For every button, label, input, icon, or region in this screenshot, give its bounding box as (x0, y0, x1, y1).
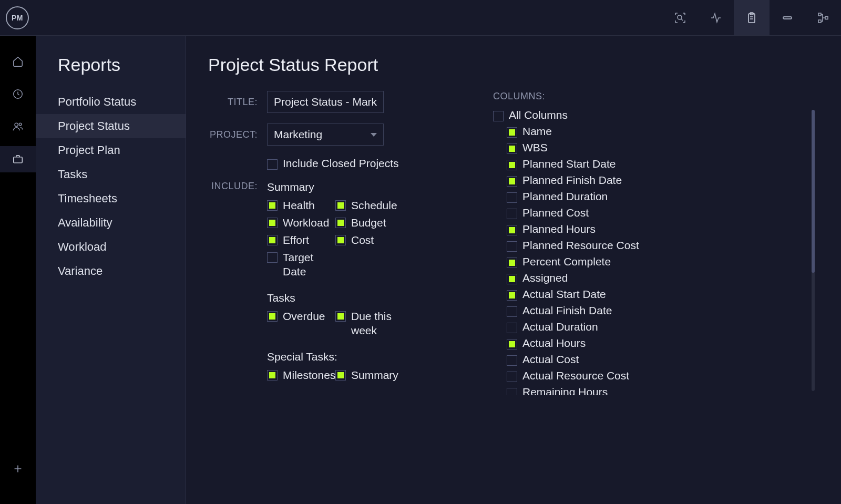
check-label: Overdue (283, 309, 325, 323)
check-label: Assigned (522, 271, 568, 285)
column-planned-resource-cost[interactable]: Planned Resource Cost (493, 237, 819, 253)
checkbox-icon[interactable] (507, 339, 517, 349)
checkbox-icon[interactable] (507, 258, 517, 268)
checkbox-icon[interactable] (507, 388, 517, 396)
scrollbar-thumb[interactable] (812, 110, 815, 273)
flow-icon[interactable] (805, 0, 841, 35)
rail-item-recent[interactable] (0, 81, 36, 107)
svg-point-9 (19, 123, 22, 126)
link-icon[interactable] (770, 0, 805, 35)
checkbox-icon[interactable] (267, 235, 278, 245)
sidebar-item-portfolio-status[interactable]: Portfolio Status (36, 90, 186, 114)
column-actual-cost[interactable]: Actual Cost (493, 351, 819, 367)
check-label: Summary (351, 368, 398, 382)
sidebar-item-timesheets[interactable]: Timesheets (36, 187, 186, 211)
checkbox-icon[interactable] (507, 192, 517, 203)
column-remaining-hours[interactable]: Remaining Hours (493, 384, 819, 395)
checkbox-icon[interactable] (507, 306, 517, 317)
columns-scrollbar[interactable] (812, 110, 815, 391)
check-summary-workload[interactable]: Workload (267, 214, 335, 231)
check-special-milestones[interactable]: Milestones (267, 366, 335, 384)
column-actual-resource-cost[interactable]: Actual Resource Cost (493, 367, 819, 384)
checkbox-icon[interactable] (493, 111, 504, 121)
check-label: Planned Finish Date (522, 173, 622, 187)
left-rail (0, 36, 36, 504)
sidebar-item-tasks[interactable]: Tasks (36, 162, 186, 187)
sidebar-item-project-plan[interactable]: Project Plan (36, 138, 186, 162)
rail-item-home[interactable] (0, 48, 36, 75)
main-content: Project Status Report TITLE: PROJECT: Ma… (186, 36, 841, 504)
sidebar-item-workload[interactable]: Workload (36, 235, 186, 259)
activity-icon[interactable] (698, 0, 734, 35)
columns-label: COLUMNS: (493, 91, 819, 102)
checkbox-icon[interactable] (335, 200, 346, 211)
sidebar-item-variance[interactable]: Variance (36, 259, 186, 283)
column-assigned[interactable]: Assigned (493, 270, 819, 286)
checkbox-icon[interactable] (507, 176, 517, 187)
checkbox-icon[interactable] (507, 323, 517, 333)
checkbox-icon[interactable] (507, 274, 517, 284)
check-label: Due this week (351, 309, 404, 337)
column-actual-hours[interactable]: Actual Hours (493, 335, 819, 351)
check-summary-cost[interactable]: Cost (335, 231, 404, 249)
checkbox-icon[interactable] (335, 235, 346, 245)
title-input[interactable] (267, 91, 384, 113)
checkbox-icon[interactable] (507, 372, 517, 382)
check-label: Target Date (283, 250, 335, 279)
column-name[interactable]: Name (493, 123, 819, 139)
check-summary-effort[interactable]: Effort (267, 231, 335, 249)
check-summary-schedule[interactable]: Schedule (335, 197, 404, 214)
checkbox-icon[interactable] (507, 225, 517, 235)
check-label: All Columns (509, 108, 568, 122)
checkbox-icon[interactable] (507, 209, 517, 219)
column-planned-duration[interactable]: Planned Duration (493, 188, 819, 204)
check-summary-budget[interactable]: Budget (335, 214, 404, 231)
sidebar-item-project-status[interactable]: Project Status (36, 114, 186, 138)
checkbox-icon[interactable] (267, 200, 278, 211)
column-planned-hours[interactable]: Planned Hours (493, 221, 819, 237)
checkbox-icon[interactable] (267, 370, 278, 380)
check-label: Workload (283, 215, 329, 230)
column-all[interactable]: All Columns (493, 107, 819, 123)
checkbox-icon[interactable] (507, 241, 517, 252)
rail-item-people[interactable] (0, 114, 36, 140)
rail-item-work[interactable] (0, 146, 36, 172)
check-label: Actual Duration (522, 320, 598, 334)
checkbox-icon[interactable] (267, 159, 278, 170)
checkbox-icon[interactable] (335, 311, 346, 322)
svg-point-0 (678, 15, 682, 19)
check-summary-health[interactable]: Health (267, 197, 335, 214)
column-planned-finish-date[interactable]: Planned Finish Date (493, 172, 819, 188)
svg-point-8 (15, 123, 18, 126)
check-summary-target-date[interactable]: Target Date (267, 249, 335, 280)
reports-title: Reports (36, 55, 186, 90)
checkbox-icon[interactable] (507, 290, 517, 301)
clipboard-icon[interactable] (734, 0, 770, 35)
check-special-summary[interactable]: Summary (335, 366, 404, 384)
checkbox-icon[interactable] (267, 252, 278, 263)
checkbox-icon[interactable] (507, 127, 517, 138)
sidebar-item-availability[interactable]: Availability (36, 211, 186, 235)
project-select[interactable]: Marketing (267, 124, 384, 146)
check-tasks-due-this-week[interactable]: Due this week (335, 307, 404, 339)
reports-list: Portfolio StatusProject StatusProject Pl… (36, 90, 186, 283)
column-planned-start-date[interactable]: Planned Start Date (493, 156, 819, 172)
checkbox-icon[interactable] (507, 355, 517, 366)
checkbox-icon[interactable] (507, 143, 517, 154)
checkbox-icon[interactable] (335, 370, 346, 380)
check-include-closed[interactable]: Include Closed Projects (267, 156, 399, 170)
checkbox-icon[interactable] (507, 160, 517, 170)
column-wbs[interactable]: WBS (493, 139, 819, 156)
column-planned-cost[interactable]: Planned Cost (493, 204, 819, 221)
column-actual-start-date[interactable]: Actual Start Date (493, 286, 819, 302)
column-actual-duration[interactable]: Actual Duration (493, 318, 819, 335)
rail-item-add[interactable] (0, 456, 36, 482)
checkbox-icon[interactable] (267, 311, 278, 322)
zoom-search-icon[interactable] (662, 0, 698, 35)
column-percent-complete[interactable]: Percent Complete (493, 253, 819, 270)
checkbox-icon[interactable] (267, 218, 278, 228)
column-actual-finish-date[interactable]: Actual Finish Date (493, 302, 819, 318)
rail-item-more[interactable] (0, 488, 36, 504)
check-tasks-overdue[interactable]: Overdue (267, 307, 335, 339)
checkbox-icon[interactable] (335, 218, 346, 228)
